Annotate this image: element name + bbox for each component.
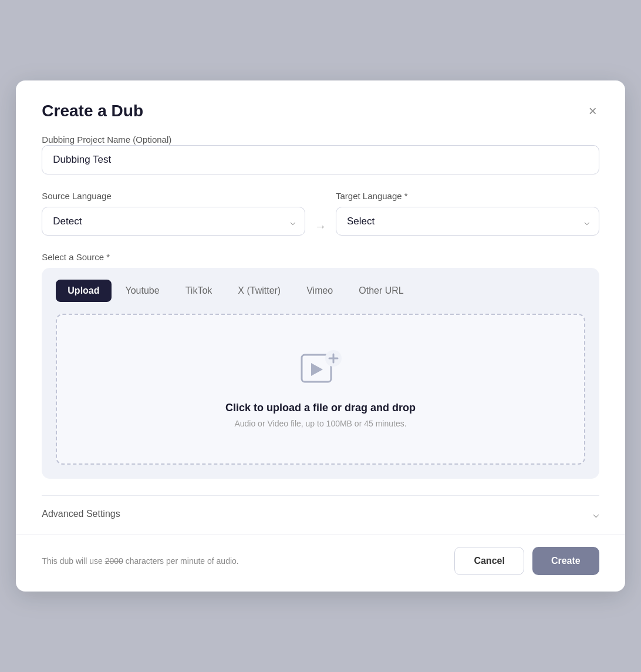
tab-twitter[interactable]: X (Twitter) [226, 280, 292, 302]
upload-icon [299, 350, 342, 388]
tab-tiktok[interactable]: TikTok [174, 280, 224, 302]
target-language-group: Target Language * Select ⌵ [336, 191, 599, 236]
modal-footer: This dub will use 2000 characters per mi… [16, 535, 625, 592]
close-button[interactable]: × [586, 102, 599, 120]
tab-vimeo[interactable]: Vimeo [295, 280, 345, 302]
tab-youtube[interactable]: Youtube [114, 280, 171, 302]
arrow-separator: → [305, 220, 336, 236]
advanced-settings-toggle[interactable]: Advanced Settings ⌵ [42, 495, 599, 532]
footer-note-suffix: characters per minute of audio. [123, 556, 239, 566]
language-row: Source Language Detect ⌵ → Target Langua… [42, 191, 599, 236]
cancel-button[interactable]: Cancel [454, 547, 524, 575]
modal-header: Create a Dub × [16, 80, 625, 135]
source-language-select[interactable]: Detect [42, 207, 305, 236]
advanced-settings-label: Advanced Settings [42, 509, 120, 519]
upload-subtitle: Audio or Video file, up to 100MB or 45 m… [234, 419, 406, 428]
source-language-group: Source Language Detect ⌵ [42, 191, 305, 236]
tab-upload[interactable]: Upload [56, 280, 111, 302]
source-card: Upload Youtube TikTok X (Twitter) Vimeo … [42, 268, 599, 479]
svg-marker-1 [311, 363, 323, 376]
modal-overlay: Create a Dub × Dubbing Project Name (Opt… [0, 0, 641, 672]
target-language-select-wrapper: Select ⌵ [336, 207, 599, 236]
footer-note-number: 2000 [105, 556, 123, 566]
upload-dropzone[interactable]: Click to upload a file or drag and drop … [56, 314, 585, 465]
tab-other-url[interactable]: Other URL [347, 280, 415, 302]
footer-note-prefix: This dub will use [42, 556, 104, 566]
source-tabs: Upload Youtube TikTok X (Twitter) Vimeo … [56, 280, 585, 302]
modal-title: Create a Dub [42, 102, 143, 120]
project-name-label: Dubbing Project Name (Optional) [42, 135, 171, 145]
modal-dialog: Create a Dub × Dubbing Project Name (Opt… [16, 80, 625, 592]
target-language-select[interactable]: Select [336, 207, 599, 236]
upload-title: Click to upload a file or drag and drop [225, 402, 416, 414]
footer-buttons: Cancel Create [454, 547, 599, 575]
project-name-input[interactable] [42, 145, 599, 174]
select-source-label: Select a Source * [42, 252, 599, 262]
footer-note: This dub will use 2000 characters per mi… [42, 556, 238, 566]
create-button[interactable]: Create [532, 547, 599, 575]
target-language-label: Target Language * [336, 191, 599, 201]
upload-icon-wrap [299, 350, 342, 390]
modal-body: Dubbing Project Name (Optional) Source L… [16, 135, 625, 532]
source-language-select-wrapper: Detect ⌵ [42, 207, 305, 236]
advanced-settings-chevron-icon: ⌵ [593, 508, 599, 520]
source-language-label: Source Language [42, 191, 305, 201]
